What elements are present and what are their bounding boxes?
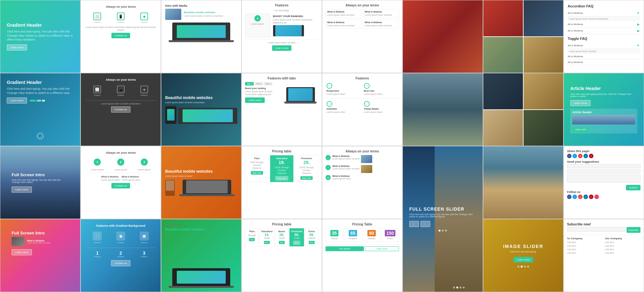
image-dot-2[interactable] [521, 266, 523, 268]
always-terms-1-btn[interactable]: Contact us [111, 33, 130, 38]
pricing-2-plan-col: Plan Storage Buy [245, 228, 259, 247]
follow-twitter[interactable]: t [573, 195, 577, 199]
image-dot-4[interactable] [527, 266, 529, 268]
pricing-2-extra-col: Extra 49. 128GB Buy [305, 228, 318, 247]
pricing-plan-btn[interactable]: Buy now [251, 171, 263, 175]
always-terms-2-btn[interactable]: Contact us [111, 183, 130, 188]
pricing-stats-row: 35 Clients 65 Projects 90 Awards 150 Hou… [326, 228, 399, 242]
tile-features-right: Features ✓ Responsive Lorem ipsum dolor … [322, 73, 402, 146]
suggestion-field-2[interactable] [567, 169, 640, 173]
tablet-icon-dark: 📱 [117, 86, 125, 93]
gradient-header-1-btn[interactable]: Learn more [7, 44, 27, 50]
toggle-item-1[interactable]: All is Mobima ▼ [568, 42, 640, 49]
faq-item-1[interactable]: All is Mobima ▼ [568, 10, 640, 16]
facebook-btn[interactable]: f [567, 154, 572, 158]
suggestion-submit-btn[interactable]: Submit [626, 185, 640, 190]
article-header-btn[interactable]: Learn more [570, 100, 591, 106]
feature-right-4: ✓ Totally Mobile Lorem ipsum dolor [363, 100, 399, 114]
fullscreen-slider-prev[interactable]: ← [409, 221, 419, 227]
image-slider-btn[interactable]: Learn more [514, 257, 533, 262]
terms-2-items: What is Mobima Lorem ipsum dolor What is… [101, 176, 140, 181]
toggle-item-3[interactable]: All is Mobima [568, 59, 640, 65]
pricing-2-plan-btn[interactable]: Buy [249, 238, 255, 241]
pricing-2-standard-btn[interactable]: Buy [264, 241, 270, 244]
dot-3[interactable] [445, 230, 447, 232]
subscribe-email-field[interactable] [567, 227, 626, 232]
tile-gradient-header-2: Gradient Header Click here and start typ… [0, 73, 80, 146]
google-btn[interactable]: g [578, 154, 582, 158]
pricing-2-basic-btn[interactable]: Buy [279, 241, 285, 244]
image-slider-subtitle: Click here and start typing. [503, 251, 543, 253]
fullscreen-slider-next[interactable]: → [421, 221, 430, 227]
tablet-icon: 📱 [117, 13, 125, 20]
dot-2[interactable] [442, 230, 444, 232]
fullscreen-intro-2-btn[interactable]: Learn more [12, 249, 32, 255]
send-suggestions-title: Send your suggestions [567, 160, 640, 163]
follow-title: Follow us [567, 190, 640, 194]
pill-3 [42, 100, 45, 102]
gradient-header-2-btn[interactable]: Learn more [7, 97, 27, 104]
feature-gradient-icon-3: ▣ Feature [140, 232, 149, 243]
toggle-faq-section: Toggle FAQ All is Mobima ▼ Lorem ipsum d… [568, 37, 640, 65]
pricing-2-premium-col: Premium 39. 64GB Buy [289, 228, 304, 247]
always-terms-dark-btn[interactable]: Contact us [111, 106, 130, 113]
always-terms-dark-icons: ⬜ Feature 📱 Feature ◆ Feature [86, 86, 156, 96]
monitor-icon: ⬜ [93, 13, 101, 20]
fullscreen-intro-1-subtitle: Click here and start typing. You can als… [12, 179, 69, 183]
features-1-btn[interactable]: Learn more [272, 45, 292, 51]
building-photo [403, 73, 483, 146]
features-tabs-boost: Boost your ranking [245, 87, 281, 89]
stat-2: 65 [349, 230, 357, 236]
stats-btn-1[interactable]: Get started [326, 246, 364, 251]
gradient-header-2-title: Gradient Header [7, 80, 42, 85]
faq-item-2[interactable]: All is Mobima ▶ [568, 21, 640, 28]
dot-1[interactable] [439, 230, 440, 232]
pinterest-btn[interactable]: p [589, 154, 593, 158]
suggestion-field-3[interactable] [567, 175, 640, 183]
linkedin-btn[interactable]: in [583, 154, 588, 158]
article-header-title: Article Header [570, 86, 601, 91]
always-terms-1-desc: Lorem ipsum dolor sit amet consectetur a… [86, 26, 156, 32]
tile-accordion-faq: Accordion FAQ All is Mobima ▼ Lorem ipsu… [564, 0, 644, 73]
follow-linkedin[interactable]: in [583, 195, 588, 199]
building-desert-photo [483, 146, 563, 219]
features-gradient-btn[interactable]: Contact us [111, 260, 130, 266]
pricing-premium-btn[interactable]: Buy now [300, 176, 313, 180]
pricing-2-premium-btn[interactable]: Buy [293, 241, 300, 245]
number-circle-1: 1 [94, 159, 101, 166]
features-gradient-title: Features with Gradient Background [96, 224, 146, 227]
image-dot-1[interactable] [517, 266, 519, 268]
divider-1 [245, 39, 318, 40]
suggestion-field-1[interactable] [567, 164, 640, 168]
image-dot-3[interactable] [524, 266, 526, 268]
follow-social-row: f t g in p i [567, 195, 640, 199]
faq-item-3[interactable]: All is Mobima ▶ [568, 28, 640, 34]
follow-instagram[interactable]: i [594, 195, 599, 199]
features-1-boost: BOOST YOUR RANKING [273, 15, 317, 18]
follow-pinterest[interactable]: p [589, 195, 593, 199]
follow-google[interactable]: g [578, 195, 582, 199]
tile-fullscreen-slider: FULL SCREEN SLIDER Click here and start … [402, 146, 483, 292]
tab-1[interactable]: Tab 1 [245, 82, 254, 86]
subscribe-btn[interactable]: Subscribe [627, 227, 640, 233]
accordion-faq-title: Accordion FAQ [568, 4, 640, 8]
pricing-standard-btn[interactable]: Buy now [275, 176, 289, 180]
intro-media-3-title: Beautiful mobile websites [165, 169, 237, 174]
tab-2[interactable]: Tab 2 [254, 82, 263, 86]
pricing-2-extra-btn[interactable]: Buy [309, 241, 315, 244]
tab-3[interactable]: Tab 3 [264, 82, 272, 86]
follow-facebook[interactable]: f [567, 195, 572, 199]
features-tabs-btn[interactable]: Learn more [245, 97, 265, 103]
feature-icon-box-3: ◆ Feature [140, 13, 148, 23]
fullscreen-intro-1-btn[interactable]: Learn more [12, 187, 32, 193]
article-header-2-title: Article Header [572, 111, 635, 114]
features-right-title: Features [326, 77, 399, 80]
toggle-item-2[interactable]: All is Mobima [568, 54, 640, 59]
scroll-down-icon: ↓ [37, 133, 43, 139]
stats-btn-2[interactable]: Learn more [365, 246, 399, 251]
stat-1: 35 [330, 230, 339, 236]
tile-image-slider: IMAGE SLIDER Click here and start typing… [483, 219, 564, 292]
twitter-btn[interactable]: t [573, 154, 577, 158]
article-header-card-btn[interactable]: Learn more [572, 127, 589, 132]
feature-icon-box-1: ⬜ Feature [93, 13, 101, 23]
